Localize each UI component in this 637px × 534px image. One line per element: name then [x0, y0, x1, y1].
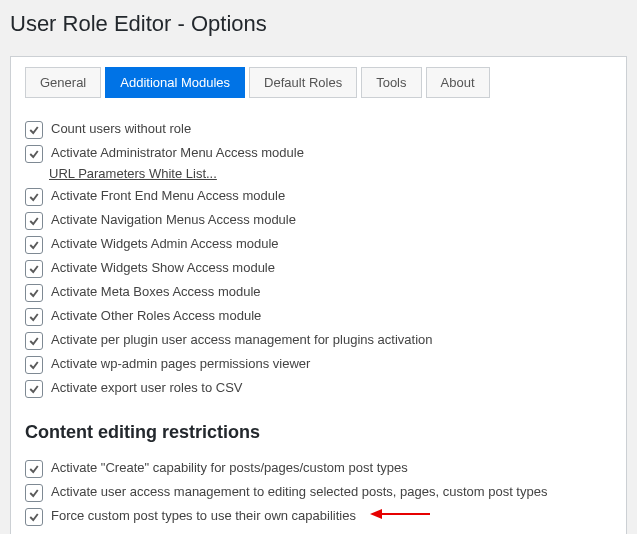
tabbar: General Additional Modules Default Roles…	[25, 67, 612, 98]
option-row: Activate Navigation Menus Access module	[25, 211, 612, 230]
option-label: Activate user access management to editi…	[51, 483, 547, 501]
option-label: Activate Administrator Menu Access modul…	[51, 144, 304, 162]
tab-about[interactable]: About	[426, 67, 490, 98]
option-row: Activate Meta Boxes Access module	[25, 283, 612, 302]
option-row: Activate per plugin user access manageme…	[25, 331, 612, 350]
option-label: Activate "Create" capability for posts/p…	[51, 459, 408, 477]
option-row: Activate Other Roles Access module	[25, 307, 612, 326]
option-row: Activate user access management to editi…	[25, 483, 612, 502]
page-title: User Role Editor - Options	[10, 6, 627, 42]
checkbox[interactable]	[25, 508, 43, 526]
option-label: Activate per plugin user access manageme…	[51, 331, 433, 349]
checkbox[interactable]	[25, 356, 43, 374]
option-label: Activate wp-admin pages permissions view…	[51, 355, 310, 373]
option-row: Activate Widgets Admin Access module	[25, 235, 612, 254]
checkbox[interactable]	[25, 308, 43, 326]
highlight-arrow-icon	[370, 507, 430, 521]
option-label: Activate Widgets Show Access module	[51, 259, 275, 277]
option-label: Activate Other Roles Access module	[51, 307, 261, 325]
option-row: Activate Administrator Menu Access modul…	[25, 144, 612, 163]
option-row: Activate Widgets Show Access module	[25, 259, 612, 278]
option-row: Activate wp-admin pages permissions view…	[25, 355, 612, 374]
tab-default-roles[interactable]: Default Roles	[249, 67, 357, 98]
checkbox[interactable]	[25, 212, 43, 230]
options-panel: General Additional Modules Default Roles…	[10, 56, 627, 534]
tab-tools[interactable]: Tools	[361, 67, 421, 98]
option-row: Count users without role	[25, 120, 612, 139]
option-label: Count users without role	[51, 120, 191, 138]
checkbox[interactable]	[25, 121, 43, 139]
option-label: Activate Front End Menu Access module	[51, 187, 285, 205]
tab-general[interactable]: General	[25, 67, 101, 98]
option-sublink: URL Parameters White List...	[49, 166, 612, 181]
option-label: Activate Widgets Admin Access module	[51, 235, 279, 253]
checkbox[interactable]	[25, 484, 43, 502]
checkbox[interactable]	[25, 188, 43, 206]
option-row: Force custom post types to use their own…	[25, 507, 612, 526]
option-label: Force custom post types to use their own…	[51, 507, 356, 525]
checkbox[interactable]	[25, 332, 43, 350]
option-row: Activate "Create" capability for posts/p…	[25, 459, 612, 478]
tab-additional-modules[interactable]: Additional Modules	[105, 67, 245, 98]
section-title-content-editing-restrictions: Content editing restrictions	[25, 422, 612, 443]
checkbox[interactable]	[25, 236, 43, 254]
option-label: Activate Meta Boxes Access module	[51, 283, 261, 301]
option-row: Activate Front End Menu Access module	[25, 187, 612, 206]
checkbox[interactable]	[25, 460, 43, 478]
checkbox[interactable]	[25, 260, 43, 278]
checkbox[interactable]	[25, 284, 43, 302]
svg-marker-1	[370, 509, 382, 519]
checkbox[interactable]	[25, 145, 43, 163]
url-parameters-white-list-link[interactable]: URL Parameters White List...	[49, 166, 217, 181]
option-label: Activate export user roles to CSV	[51, 379, 242, 397]
option-row: Activate export user roles to CSV	[25, 379, 612, 398]
checkbox[interactable]	[25, 380, 43, 398]
option-label: Activate Navigation Menus Access module	[51, 211, 296, 229]
